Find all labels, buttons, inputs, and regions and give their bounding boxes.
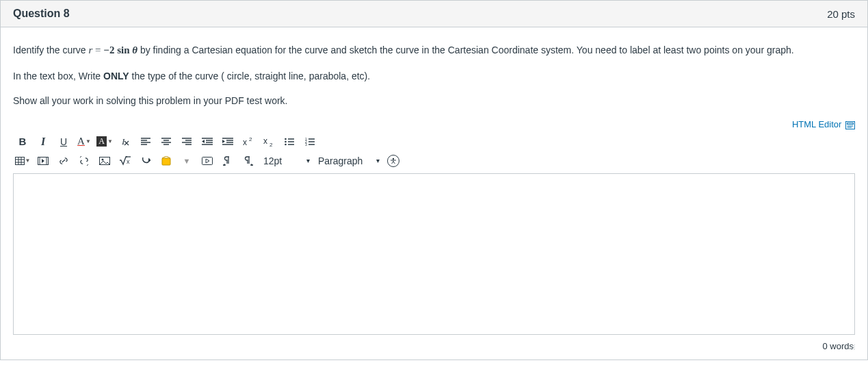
align-center-icon <box>161 138 171 146</box>
svg-text:x: x <box>263 137 267 146</box>
outdent-button[interactable] <box>198 133 217 151</box>
text: by finding a Cartesian equation for the … <box>137 45 794 55</box>
svg-text:x: x <box>243 138 247 147</box>
svg-line-55 <box>87 164 88 166</box>
bold-icon: B <box>19 136 27 147</box>
instruction-line-1: Identify the curve r = −2 sin θ by findi… <box>13 44 855 58</box>
equation-button[interactable]: x <box>116 152 135 170</box>
html-editor-link[interactable]: HTML Editor <box>792 119 855 129</box>
align-left-icon <box>141 138 150 146</box>
chevron-down-icon: ▼ <box>25 157 31 164</box>
svg-line-71 <box>392 162 394 164</box>
resize-grip-icon[interactable] <box>848 343 855 350</box>
svg-line-75 <box>854 349 855 350</box>
unlink-button[interactable] <box>75 152 94 170</box>
text-bold: ONLY <box>103 71 129 81</box>
question-points: 20 pts <box>827 8 855 20</box>
italic-button[interactable]: I <box>34 133 53 151</box>
ltr-icon <box>223 156 233 166</box>
align-right-button[interactable] <box>177 133 196 151</box>
equation-icon: x <box>119 156 131 166</box>
math-neg: − <box>103 45 109 55</box>
toolbar-row-2: ▼ x <box>13 151 855 171</box>
question-body: Identify the curve r = −2 sin θ by findi… <box>1 27 867 360</box>
image-button[interactable] <box>95 152 114 170</box>
toolbar-row-1: B I U A▼ A▼ I <box>13 132 855 151</box>
rtl-icon <box>244 156 253 166</box>
instruction-line-2: In the text box, Write ONLY the type of … <box>13 70 855 82</box>
accessibility-button[interactable] <box>384 152 403 170</box>
svg-point-68 <box>393 158 394 160</box>
svg-rect-1 <box>847 123 854 124</box>
svg-text:x: x <box>127 158 130 165</box>
question-header: Question 8 20 pts <box>1 1 867 27</box>
accessibility-icon <box>387 155 399 167</box>
editor-toolbar: B I U A▼ A▼ I <box>13 132 855 173</box>
svg-point-33 <box>285 138 287 140</box>
record-button[interactable] <box>198 152 217 170</box>
svg-marker-53 <box>42 159 44 163</box>
text: Identify the curve <box>13 45 89 55</box>
text: In the text box, Write <box>13 71 103 81</box>
highlight-icon: A <box>96 136 107 147</box>
svg-text:2: 2 <box>269 142 273 147</box>
svg-line-72 <box>393 162 395 164</box>
ltr-button[interactable] <box>218 152 237 170</box>
html-editor-label: HTML Editor <box>792 119 841 129</box>
svg-rect-45 <box>15 157 24 164</box>
highlight-button[interactable]: A▼ <box>95 133 114 151</box>
media-button[interactable] <box>34 152 53 170</box>
svg-point-34 <box>285 141 287 143</box>
superscript-button[interactable]: x2 <box>239 133 258 151</box>
align-center-button[interactable] <box>157 133 176 151</box>
answer-textarea[interactable] <box>13 173 855 335</box>
svg-marker-63 <box>206 159 209 163</box>
chevron-down-icon: ▼ <box>107 138 113 144</box>
underline-button[interactable]: U <box>54 133 73 151</box>
align-right-icon <box>182 138 192 146</box>
outdent-icon <box>202 138 213 146</box>
image-icon <box>99 157 110 165</box>
more-button[interactable]: ▼ <box>177 152 196 170</box>
paragraph-select[interactable]: Paragraph <box>314 154 382 168</box>
record-icon <box>202 157 213 165</box>
subscript-button[interactable]: x2 <box>259 133 278 151</box>
unlink-icon <box>79 156 90 166</box>
insert-icon <box>141 157 150 165</box>
bold-button[interactable]: B <box>13 133 32 151</box>
bullet-list-icon <box>285 138 294 146</box>
media-icon <box>38 157 49 165</box>
math-coef: 2 sin <box>109 45 132 55</box>
bullet-list-button[interactable] <box>280 133 299 151</box>
font-size-select[interactable]: 12pt <box>259 154 313 168</box>
table-button[interactable]: ▼ <box>13 152 32 170</box>
emoji-button[interactable] <box>157 152 176 170</box>
underline-icon: U <box>60 136 67 147</box>
clear-format-button[interactable]: I <box>116 133 135 151</box>
math-eq: = <box>92 45 103 55</box>
emoji-icon <box>161 156 171 166</box>
superscript-icon: x2 <box>243 137 254 147</box>
text-color-button[interactable]: A▼ <box>75 133 94 151</box>
svg-line-54 <box>80 156 81 157</box>
rtl-button[interactable] <box>239 152 258 170</box>
html-editor-icon <box>845 121 855 129</box>
paragraph-select-wrap: Paragraph ▾ <box>314 154 382 168</box>
indent-icon <box>222 138 233 146</box>
svg-marker-28 <box>222 140 225 143</box>
svg-point-35 <box>285 144 287 146</box>
indent-button[interactable] <box>218 133 237 151</box>
clear-format-icon: I <box>120 137 131 147</box>
insert-button[interactable] <box>136 152 155 170</box>
chevron-down-icon: ▼ <box>183 157 191 165</box>
numbered-list-button[interactable]: 123 <box>300 133 319 151</box>
question-container: Question 8 20 pts Identify the curve r =… <box>0 0 868 360</box>
svg-text:3: 3 <box>305 142 307 146</box>
text: the type of the curve ( circle, straight… <box>129 71 371 81</box>
chevron-down-icon: ▼ <box>86 138 91 144</box>
svg-marker-23 <box>202 140 205 143</box>
link-button[interactable] <box>54 152 73 170</box>
text-color-icon: A <box>77 136 85 147</box>
align-left-button[interactable] <box>136 133 155 151</box>
italic-icon: I <box>41 136 45 148</box>
